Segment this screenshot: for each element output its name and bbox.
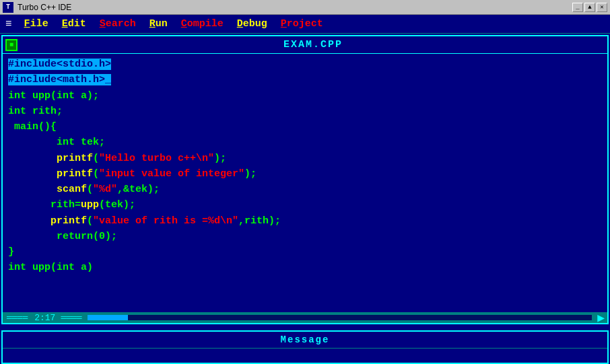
- scrollbar-track[interactable]: [88, 315, 592, 320]
- message-panel-title: Message: [3, 332, 607, 349]
- scrollbar-thumb[interactable]: [88, 315, 128, 320]
- title-bar: T Turbo C++ IDE _ ▲ ✕: [0, 0, 610, 15]
- app-icon: T: [3, 2, 13, 13]
- code-line-5: main(){: [8, 119, 602, 135]
- editor-container: ■ EXAM.CPP #include<stdio.h> #include<ma…: [1, 35, 609, 324]
- minimize-button[interactable]: _: [572, 3, 583, 12]
- menu-debug[interactable]: Debug: [230, 15, 274, 32]
- message-bar: Message: [1, 330, 609, 364]
- code-line-2: #include<math.h>_: [8, 72, 602, 87]
- code-line-3: int upp(int a);: [8, 88, 602, 104]
- maximize-button[interactable]: ▲: [584, 3, 595, 12]
- menu-bar: ≡ File Edit Search Run Compile Debug Pro…: [0, 15, 610, 34]
- menu-edit[interactable]: Edit: [55, 15, 93, 32]
- code-line-10: rith=upp(tek);: [8, 197, 602, 213]
- menu-run[interactable]: Run: [143, 15, 174, 32]
- code-line-11: printf("value of rith is =%d\n",rith);: [8, 213, 602, 229]
- scroll-right-arrow[interactable]: ▶: [595, 310, 607, 325]
- editor-close-button[interactable]: ■: [5, 39, 18, 51]
- code-line-4: int rith;: [8, 104, 602, 119]
- code-line-6: int tek;: [8, 135, 602, 150]
- editor-scrollbar: ════ 2:17 ════ ▶: [3, 312, 607, 323]
- code-line-1: #include<stdio.h>: [8, 57, 602, 72]
- cursor-position: 2:17: [32, 313, 58, 323]
- hamburger-menu[interactable]: ≡: [0, 17, 18, 32]
- code-line-8: printf("input value of integer");: [8, 166, 602, 182]
- code-line-9: scanf("%d",&tek);: [8, 182, 602, 197]
- menu-search[interactable]: Search: [93, 15, 143, 32]
- code-area[interactable]: #include<stdio.h> #include<math.h>_ int …: [3, 54, 607, 279]
- code-line-7: printf("Hello turbo c++\n");: [8, 151, 602, 166]
- close-button[interactable]: ✕: [597, 3, 607, 12]
- code-line-12: return(0);: [8, 229, 602, 244]
- menu-compile[interactable]: Compile: [174, 15, 230, 32]
- editor-title: EXAM.CPP: [22, 39, 605, 50]
- editor-header: ■ EXAM.CPP: [3, 36, 607, 54]
- title-bar-controls: _ ▲ ✕: [572, 3, 607, 12]
- code-line-13: }: [8, 244, 602, 260]
- menu-project[interactable]: Project: [274, 15, 330, 32]
- title-bar-text: Turbo C++ IDE: [18, 3, 572, 12]
- menu-file[interactable]: File: [18, 15, 55, 32]
- code-line-14: int upp(int a): [8, 260, 602, 275]
